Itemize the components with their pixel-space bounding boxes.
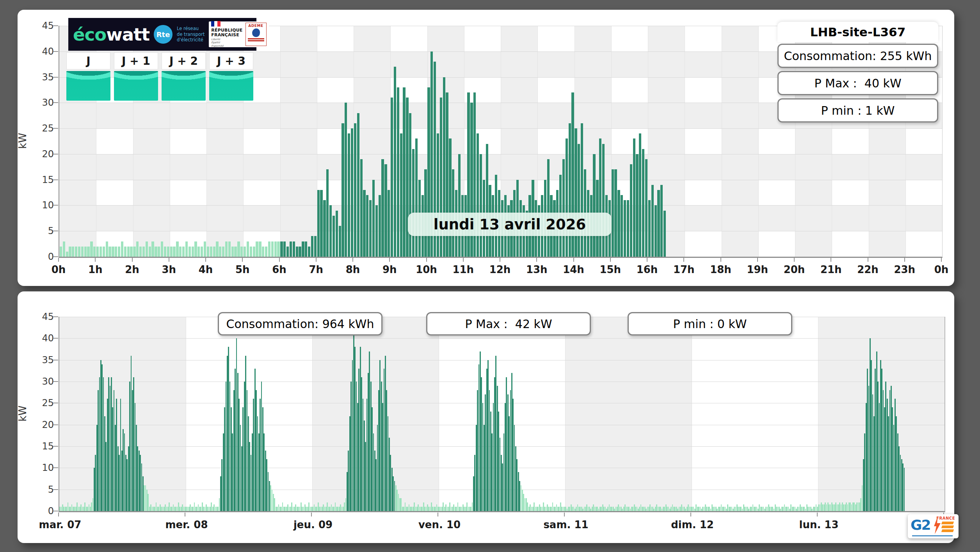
- consumption-bar: [141, 463, 142, 511]
- consumption-bar: [70, 507, 71, 511]
- consumption-bar: [610, 507, 611, 511]
- consumption-bar: [764, 509, 765, 511]
- consumption-bar: [578, 144, 580, 257]
- consumption-bar: [117, 446, 119, 511]
- consumption-bar: [63, 241, 65, 257]
- y-axis-label: 35: [31, 72, 54, 83]
- x-axis-label: 8h: [346, 264, 360, 275]
- consumption-bar: [208, 507, 210, 511]
- forecast-button-j3[interactable]: J + 3: [209, 52, 253, 101]
- consumption-bar: [90, 241, 92, 257]
- consumption-bar: [211, 502, 212, 511]
- consumption-bar: [702, 507, 703, 511]
- consumption-bar: [477, 133, 479, 257]
- consumption-bar: [225, 241, 228, 257]
- consumption-bar: [761, 507, 763, 511]
- consumption-bar: [167, 507, 169, 511]
- consumption-bar: [667, 507, 668, 511]
- consumption-bar: [896, 416, 897, 511]
- ecowatt-logo-block: écowatt Rte Le réseau de transport d'éle…: [68, 18, 256, 51]
- consumption-bar: [240, 247, 243, 257]
- y-axis-tick: [53, 511, 58, 511]
- consumption-bar: [152, 507, 153, 511]
- consumption-bar: [123, 429, 124, 511]
- consumption-bar: [107, 399, 108, 511]
- forecast-button-j1[interactable]: J + 1: [114, 52, 158, 101]
- consumption-bar: [349, 416, 350, 511]
- consumption-bar: [810, 507, 811, 511]
- consumption-bar: [453, 504, 454, 511]
- consumption-bar: [848, 502, 850, 511]
- consumption-bar: [727, 504, 728, 511]
- consumption-bar: [219, 498, 220, 511]
- consumption-bar: [149, 507, 150, 511]
- consumption-bar: [257, 416, 258, 511]
- consumption-bar: [400, 133, 402, 257]
- consumption-bar: [900, 455, 901, 511]
- consumption-bar: [378, 390, 379, 511]
- plot-band: [317, 26, 354, 51]
- consumption-bar: [825, 502, 826, 511]
- x-axis-label: mer. 08: [165, 519, 208, 531]
- consumption-bar: [166, 507, 167, 511]
- consumption-bar: [314, 236, 317, 257]
- consumption-bar: [250, 247, 252, 257]
- consumption-bar: [135, 403, 136, 511]
- consumption-bar: [219, 247, 221, 257]
- consumption-bar: [875, 369, 876, 511]
- consumption-bar: [207, 247, 209, 257]
- consumption-bar: [665, 504, 667, 511]
- consumption-bar: [516, 459, 518, 511]
- consumption-bar: [511, 373, 512, 511]
- plot-band: [905, 128, 942, 154]
- consumption-bar: [708, 507, 709, 511]
- x-axis-tick: [831, 258, 831, 262]
- consumption-bar: [814, 507, 815, 511]
- consumption-bar: [310, 507, 311, 511]
- consumption-bar: [73, 507, 74, 511]
- consumption-bar: [161, 507, 162, 511]
- consumption-bar: [574, 509, 576, 511]
- consumption-bar: [624, 504, 626, 511]
- x-axis-tick: [185, 513, 185, 517]
- consumption-bar: [611, 507, 612, 511]
- consumption-bar: [588, 507, 589, 511]
- consumption-bar: [797, 507, 798, 511]
- consumption-bar: [704, 507, 705, 511]
- consumption-bar: [91, 502, 92, 511]
- consumption-bar: [352, 360, 353, 511]
- consumption-bar: [99, 377, 100, 511]
- x-axis-tick: [868, 258, 868, 262]
- consumption-bar: [651, 507, 652, 511]
- consumption-bar: [509, 416, 510, 511]
- consumption-bar: [860, 498, 861, 511]
- x-axis-tick: [500, 258, 500, 262]
- consumption-bar: [198, 504, 199, 511]
- consumption-bar: [201, 247, 203, 257]
- weekly-consumption-chart[interactable]: [59, 317, 945, 512]
- consumption-bar: [863, 459, 864, 511]
- consumption-bar: [827, 502, 829, 511]
- consumption-bar: [251, 455, 252, 511]
- x-axis-tick: [610, 258, 611, 262]
- consumption-bar: [841, 504, 842, 511]
- consumption-bar: [124, 433, 125, 511]
- consumption-bar: [124, 247, 126, 257]
- x-axis-tick: [58, 258, 59, 262]
- consumption-bar: [710, 509, 711, 511]
- consumption-bar: [747, 507, 748, 511]
- y-axis-tick: [53, 338, 58, 339]
- consumption-bar: [196, 507, 197, 511]
- consumption-bar: [320, 190, 322, 257]
- forecast-button-j2[interactable]: J + 2: [162, 52, 206, 101]
- consumption-bar: [681, 504, 682, 511]
- consumption-bar: [469, 507, 470, 511]
- consumption-bar: [270, 485, 271, 511]
- consumption-bar: [481, 377, 482, 511]
- consumption-bar: [476, 425, 477, 511]
- forecast-button-j[interactable]: J: [66, 52, 110, 101]
- y-axis-tick: [53, 205, 58, 206]
- x-axis-label: 21h: [820, 264, 842, 275]
- consumption-bar: [449, 138, 451, 257]
- consumption-bar: [238, 399, 240, 511]
